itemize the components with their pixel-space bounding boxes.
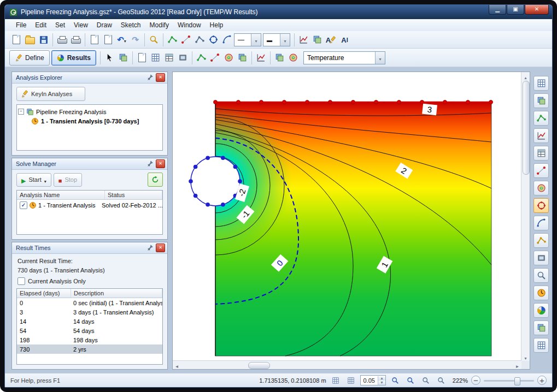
zoom-objects-button[interactable] bbox=[435, 375, 447, 387]
draw-graph-tool[interactable] bbox=[533, 128, 549, 143]
draw-isolines-tool-active[interactable] bbox=[533, 198, 549, 213]
view-table-tool[interactable] bbox=[533, 338, 549, 353]
view-result-contours-button[interactable] bbox=[273, 51, 286, 64]
menu-view[interactable]: View bbox=[69, 20, 92, 30]
print-button[interactable] bbox=[55, 33, 69, 46]
stop-button[interactable]: Stop bbox=[54, 173, 82, 187]
draw-circle-tool[interactable] bbox=[207, 33, 220, 46]
view-layers-tool[interactable] bbox=[533, 320, 549, 335]
draw-contours-tool[interactable] bbox=[533, 181, 549, 195]
pin-button[interactable] bbox=[146, 244, 155, 252]
maximize-button[interactable]: ▣ bbox=[507, 5, 524, 15]
result-time-row[interactable]: 0 0 sec (initial) (1 - Transient Analysi… bbox=[17, 298, 162, 307]
menu-help[interactable]: Help bbox=[206, 20, 228, 30]
menu-window[interactable]: Window bbox=[173, 20, 206, 30]
copy-view-button[interactable] bbox=[135, 51, 149, 64]
view-mesh-button[interactable] bbox=[149, 51, 162, 64]
tree-root-item[interactable]: Pipeline Freezing Analysis bbox=[18, 107, 161, 116]
sketch-picture-button[interactable] bbox=[310, 33, 324, 46]
zoom-page-button[interactable] bbox=[420, 375, 432, 387]
scroll-left-arrow[interactable] bbox=[173, 361, 181, 369]
line-style-combo[interactable] bbox=[234, 33, 261, 46]
view-result-vectors-button[interactable] bbox=[286, 51, 300, 64]
menu-edit[interactable]: Edit bbox=[31, 20, 51, 30]
sketch-text-button[interactable] bbox=[324, 33, 338, 46]
pin-button[interactable] bbox=[146, 74, 155, 82]
title-bar[interactable]: Pipeline Freezing Analysis.gsz* - GeoStu… bbox=[5, 5, 552, 19]
new-button[interactable] bbox=[9, 33, 23, 46]
tree-collapse-icon[interactable] bbox=[18, 109, 24, 115]
draw-points-tool[interactable] bbox=[166, 33, 179, 46]
keyin-analyses-button[interactable]: KeyIn Analyses bbox=[16, 87, 85, 101]
draw-vectors-tool[interactable] bbox=[533, 216, 549, 230]
solve-table-row[interactable]: 1 - Transient Analysis Solved 02-Feb-201… bbox=[17, 200, 162, 210]
scroll-up-arrow[interactable] bbox=[521, 72, 530, 80]
grid-spacing-spinner[interactable]: 0.05 bbox=[360, 375, 386, 385]
scroll-right-arrow[interactable] bbox=[513, 361, 521, 369]
print-preview-button[interactable] bbox=[69, 33, 83, 46]
zoom-increase-button[interactable] bbox=[537, 376, 547, 385]
vertical-scroll-thumb[interactable] bbox=[523, 81, 530, 175]
label-contours-tool[interactable] bbox=[533, 268, 549, 283]
spinner-up-button[interactable] bbox=[378, 376, 385, 381]
spinner-down-button[interactable] bbox=[378, 381, 385, 385]
result-time-row[interactable]: 54 54 days bbox=[17, 326, 162, 335]
result-time-row-selected[interactable]: 730 2 yrs bbox=[17, 345, 162, 354]
copy-picture-button[interactable] bbox=[101, 33, 115, 46]
draw-arc-tool[interactable] bbox=[220, 33, 234, 46]
description-column[interactable]: Description bbox=[71, 289, 162, 298]
view-pie-summary-tool[interactable] bbox=[533, 303, 549, 318]
open-button[interactable] bbox=[23, 33, 37, 46]
start-button[interactable]: Start bbox=[16, 173, 51, 187]
view-parameter-combo[interactable]: Temperature bbox=[303, 51, 385, 64]
analysis-name-column[interactable]: Analysis Name bbox=[17, 191, 105, 199]
sketch-axes-tool[interactable] bbox=[208, 51, 222, 64]
current-analysis-only-row[interactable]: Current Analysis Only bbox=[17, 277, 162, 285]
draw-flux-sections-tool[interactable] bbox=[533, 233, 549, 248]
horizontal-scrollbar[interactable] bbox=[173, 360, 521, 369]
zoom-out-button[interactable] bbox=[404, 375, 417, 387]
panel-close-button[interactable] bbox=[156, 73, 165, 82]
results-tab[interactable]: Results bbox=[51, 50, 96, 66]
draw-nodes-tool[interactable] bbox=[533, 163, 549, 178]
analysis-explorer-header[interactable]: Analysis Explorer bbox=[12, 72, 167, 84]
zoom-slider-thumb[interactable] bbox=[514, 377, 520, 385]
zoom-in-button[interactable] bbox=[389, 375, 401, 387]
panel-close-button[interactable] bbox=[156, 159, 165, 168]
result-times-header[interactable]: Result Times bbox=[12, 242, 167, 254]
menu-file[interactable]: File bbox=[11, 20, 31, 30]
menu-set[interactable]: Set bbox=[51, 20, 69, 30]
sketch-graph-button[interactable] bbox=[297, 33, 310, 46]
vertical-scrollbar[interactable] bbox=[521, 72, 530, 361]
draw-polyline-tool[interactable] bbox=[193, 33, 207, 46]
result-time-row[interactable]: 3 3 days (1 - Transient Analysis) bbox=[17, 307, 162, 317]
result-information-tool[interactable] bbox=[533, 111, 549, 126]
draw-mesh-tool[interactable] bbox=[533, 146, 549, 161]
copy-picture-tool[interactable] bbox=[533, 93, 549, 108]
result-history-tool[interactable] bbox=[533, 286, 549, 300]
horizontal-scroll-thumb[interactable] bbox=[248, 362, 270, 369]
define-tab[interactable]: Define bbox=[9, 50, 50, 66]
solve-manager-header[interactable]: Solve Manager bbox=[12, 158, 167, 170]
result-time-row[interactable]: 198 198 days bbox=[17, 335, 162, 345]
menu-draw[interactable]: Draw bbox=[92, 20, 116, 30]
find-object-button[interactable] bbox=[147, 33, 161, 46]
elapsed-column[interactable]: Elapsed (days) bbox=[17, 289, 71, 298]
draw-lines-tool[interactable] bbox=[179, 33, 193, 46]
tree-analysis-item[interactable]: 1 - Transient Analysis [0-730 days] bbox=[18, 116, 161, 126]
status-column[interactable]: Status bbox=[105, 191, 162, 199]
menu-sketch[interactable]: Sketch bbox=[116, 20, 145, 30]
undo-button[interactable] bbox=[115, 33, 128, 46]
line-weight-combo[interactable] bbox=[263, 33, 290, 46]
minimize-button[interactable]: ▁ bbox=[489, 5, 506, 15]
draw-isolines-tool[interactable] bbox=[236, 51, 249, 64]
view-preferences-tool[interactable] bbox=[533, 76, 549, 91]
copy-button[interactable] bbox=[87, 33, 101, 46]
snap-grid-toggle[interactable] bbox=[330, 375, 342, 387]
close-button[interactable]: ✕ bbox=[525, 5, 549, 15]
analysis-checkbox[interactable] bbox=[20, 201, 27, 209]
grid-toggle[interactable] bbox=[345, 375, 357, 387]
menu-modify[interactable]: Modify bbox=[145, 20, 173, 30]
drawing-canvas[interactable]: 3 2 1 0 bbox=[173, 72, 521, 361]
draw-nodes-tool[interactable] bbox=[195, 51, 208, 64]
